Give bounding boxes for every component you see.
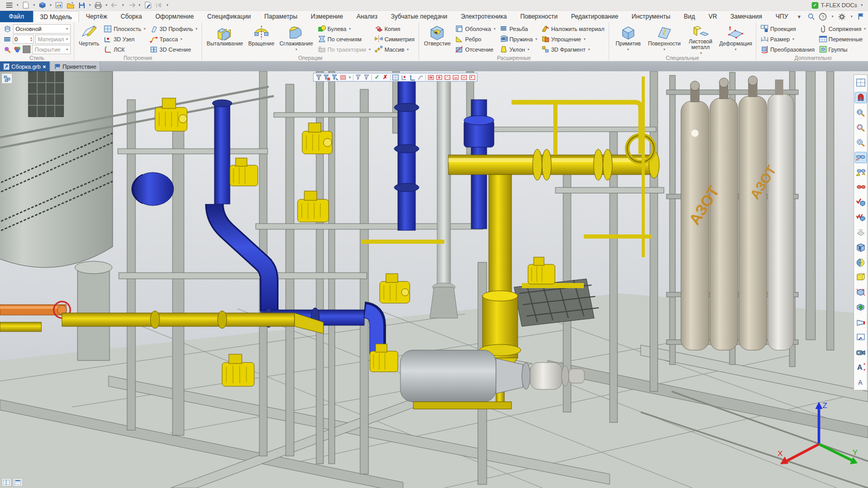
loft-button[interactable]: По сечениям [317,34,371,44]
undo-dropdown[interactable]: ▾ [121,3,125,7]
recent-documents-icon[interactable] [54,1,64,10]
show-lcs-icon[interactable] [408,74,416,81]
mates-button[interactable]: Сопряжения [818,24,867,34]
filter-options-icon[interactable] [339,74,347,81]
model-tree-toggle-button[interactable] [2,73,12,84]
check-all-bodies-icon[interactable] [855,212,866,223]
tab-remarks[interactable]: Замечания [724,11,769,22]
deform-button[interactable]: Деформация [719,24,753,54]
flag-icon[interactable] [857,12,865,21]
print-dropdown[interactable]: ▾ [104,3,109,7]
layers-icon[interactable] [3,25,11,33]
tab-3d-model[interactable]: 3D Модель [33,11,80,22]
perspective-icon[interactable] [855,317,866,327]
new-document-dropdown[interactable]: ▾ [32,3,36,7]
coating-select[interactable]: Покрытие▾ [32,45,71,54]
rotate-workplane-icon[interactable] [855,227,866,238]
view-cube-icon[interactable] [855,242,866,253]
boolean-button[interactable]: Булева [317,24,371,34]
hide-edges-icon[interactable] [855,287,866,297]
undo-icon[interactable] [110,1,120,10]
show-profiles-icon[interactable] [416,74,424,81]
drawing-view-icon[interactable] [855,77,866,88]
tab-gears[interactable]: Зубчатые передачи [384,11,454,22]
face-select-icon[interactable] [855,302,866,312]
settings-dropdown[interactable]: ▾ [849,14,854,19]
spring-button[interactable]: Пружина [499,34,538,44]
font-increase-icon[interactable]: A [855,362,866,372]
layer-select[interactable]: Основной▾ [13,24,71,34]
tab-view[interactable]: Вид [677,11,702,22]
rotate-button[interactable]: Вращение [246,24,276,54]
show-fragments-icon[interactable] [443,74,451,81]
qat-customize-dropdown[interactable]: ▾ [165,3,169,7]
apply-material-button[interactable]: Наложить материал [540,24,606,34]
3d-profile-button[interactable]: 3D Профиль [149,24,198,34]
tab-editing[interactable]: Редактирование [564,11,625,22]
filter-workpieces-icon[interactable] [363,74,370,81]
3d-node-button[interactable]: 3D Узел [103,34,147,44]
redo-icon[interactable] [126,1,136,10]
tab-measure[interactable]: Измерение [304,11,350,22]
dimension-button[interactable]: 5Размер [760,34,816,44]
app-menu-dropdown[interactable]: ▾ [16,3,20,7]
tflex-docs-label[interactable]: T-FLEX DOCs [821,2,857,8]
edit-document-icon[interactable] [143,1,153,10]
shell-button[interactable]: Оболочка [454,24,497,34]
simplify-button[interactable]: Упрощение [540,34,606,44]
shading-mode-icon[interactable] [855,257,866,267]
tab-tools[interactable]: Инструменты [625,11,677,22]
zoom-all-icon[interactable] [855,137,866,148]
color-swatch[interactable] [23,45,30,53]
camera-icon[interactable] [855,347,866,357]
tab-electrical[interactable]: Электротехника [454,11,514,22]
projection-button[interactable]: Проекция [760,24,816,34]
tab-file[interactable]: Файл [0,11,33,22]
3d-viewport[interactable]: АЗОТ АЗОТ Z X Y ▾ ✓ ✗ [0,71,868,488]
hide-measures-icon[interactable] [855,167,866,178]
tab-annotation[interactable]: Оформление [149,11,200,22]
show-bodies-icon[interactable] [435,74,443,81]
groups-button[interactable]: Группы [818,44,867,54]
tab-vr[interactable]: VR [702,11,724,22]
new-3d-document-icon[interactable] [37,1,48,10]
taper-button[interactable]: Уклон [499,44,538,54]
hide-construction-icon[interactable] [855,152,866,163]
material-select[interactable]: Материал▾ [35,35,71,44]
show-surfaces-icon[interactable] [452,74,459,81]
filter-faces-icon[interactable] [331,74,339,81]
ribbon-collapse-icon[interactable]: ▾ [795,12,803,21]
show-operations-icon[interactable] [427,74,435,81]
copy-button[interactable]: Копия [374,24,415,34]
sweep-button[interactable]: По траектории [317,44,371,54]
cancel-icon[interactable]: ✗ [381,74,389,81]
draw-button[interactable]: Чертить [78,24,101,54]
doc-tab-welcome[interactable]: Приветствие [51,61,100,71]
tab-parameters[interactable]: Параметры [258,11,304,22]
surfaces-button[interactable]: Поверхности [646,24,683,54]
show-3d-nodes-icon[interactable] [400,74,408,81]
3d-fragment-button[interactable]: 3D Фрагмент [540,44,606,54]
show-workplanes-icon[interactable] [392,74,399,81]
print-icon[interactable] [93,1,103,10]
open-document-icon[interactable] [65,1,75,10]
redo-dropdown[interactable]: ▾ [137,3,142,7]
transforms-button[interactable]: Преобразования [760,44,816,54]
tab-boms[interactable]: Спецификации [200,11,257,22]
level-spinner[interactable]: 0▴▾ [13,35,34,44]
rib-button[interactable]: Ребро [454,34,497,44]
filter-vertices-icon[interactable] [315,74,322,81]
3d-section-button[interactable]: 3D Сечение [149,44,198,54]
search-icon[interactable] [807,12,815,21]
save-dropdown[interactable]: ▾ [88,3,92,7]
apply-icon[interactable]: ✓ [373,74,381,81]
sheet-layout-button[interactable] [13,478,23,486]
extrude-button[interactable]: Выталкивание [205,24,244,54]
blend-button[interactable]: Сглаживание [278,24,315,54]
settings-gear-icon[interactable] [838,12,846,21]
cut-button[interactable]: Отсечение [454,44,497,54]
font-default-icon[interactable]: A [855,377,866,387]
colors-icon[interactable] [13,45,21,54]
bounding-box-icon[interactable] [855,272,866,282]
paint-icon[interactable] [3,45,11,54]
